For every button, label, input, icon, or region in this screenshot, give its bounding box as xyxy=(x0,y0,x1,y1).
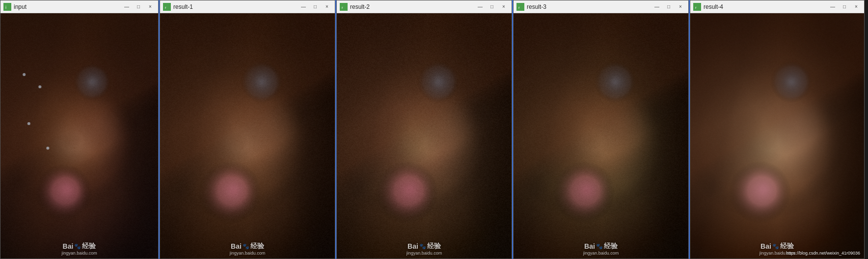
baidu-brand-r4: Bai xyxy=(760,242,771,250)
window-title-result4: result-4 xyxy=(704,3,828,10)
minimize-button-result2[interactable]: — xyxy=(475,2,485,11)
window-controls-input[interactable]: — □ × xyxy=(122,2,155,11)
baidu-brand-r3: Bai xyxy=(584,242,595,250)
app-icon-result1: r xyxy=(163,3,171,11)
window-title-result2: result-2 xyxy=(350,3,475,10)
baidu-jiyan-r2: 经验 xyxy=(427,242,441,251)
minimize-button-result3[interactable]: — xyxy=(652,2,662,11)
baidu-jiyan-input: 经验 xyxy=(82,242,96,251)
close-button-input[interactable]: × xyxy=(145,2,155,11)
window-result1[interactable]: r result-1 — □ × Bai 🐾 经验 jingyan.baidu.… xyxy=(160,0,335,259)
baidu-brand-r1: Bai xyxy=(231,242,242,250)
minimize-button-result4[interactable]: — xyxy=(828,2,838,11)
baidu-jiyan-r1: 经验 xyxy=(250,242,264,251)
maximize-button-result3[interactable]: □ xyxy=(664,2,674,11)
close-button-result4[interactable]: × xyxy=(851,2,861,11)
baidu-brand-r2: Bai xyxy=(407,242,418,250)
watermark-result1: Bai 🐾 经验 jingyan.baidu.com xyxy=(230,242,266,256)
close-button-result3[interactable]: × xyxy=(676,2,685,11)
url-bar-result4: https://blog.csdn.net/weixin_41r09036 xyxy=(786,251,860,256)
app-icon-result2: r xyxy=(340,3,348,11)
window-controls-result3[interactable]: — □ × xyxy=(652,2,685,11)
app-icon-result3: r xyxy=(516,3,524,11)
svg-text:r: r xyxy=(342,5,343,10)
svg-text:r: r xyxy=(695,5,697,10)
baidu-paw-input: 🐾 xyxy=(74,243,81,250)
baidu-paw-r4: 🐾 xyxy=(772,243,779,250)
window-controls-result1[interactable]: — □ × xyxy=(298,2,332,11)
watermark-url-input: jingyan.baidu.com xyxy=(61,251,97,256)
maximize-button-result4[interactable]: □ xyxy=(840,2,849,11)
svg-text:i: i xyxy=(5,5,6,10)
watermark-input: Bai 🐾 经验 jingyan.baidu.com xyxy=(61,242,97,256)
window-result3[interactable]: r result-3 — □ × Bai 🐾 经验 jingyan.baidu.… xyxy=(513,0,689,259)
titlebar-input: i input — □ × xyxy=(0,0,158,13)
baidu-jiyan-r4: 经验 xyxy=(780,242,794,251)
svg-text:r: r xyxy=(518,5,520,10)
window-controls-result4[interactable]: — □ × xyxy=(828,2,861,11)
app-icon-result4: r xyxy=(693,3,701,11)
maximize-button-input[interactable]: □ xyxy=(134,2,143,11)
watermark-url-r1: jingyan.baidu.com xyxy=(230,251,266,256)
baidu-paw-r3: 🐾 xyxy=(596,243,603,250)
image-area-result1: Bai 🐾 经验 jingyan.baidu.com xyxy=(160,13,335,259)
window-title-input: input xyxy=(14,3,122,10)
watermark-result2: Bai 🐾 经验 jingyan.baidu.com xyxy=(407,242,442,256)
watermark-url-r2: jingyan.baidu.com xyxy=(407,251,442,256)
svg-text:r: r xyxy=(165,5,166,10)
maximize-button-result2[interactable]: □ xyxy=(487,2,497,11)
window-title-result1: result-1 xyxy=(173,3,298,10)
window-result2[interactable]: r result-2 — □ × Bai 🐾 经验 jingyan.baidu.… xyxy=(336,0,512,259)
watermark-result3: Bai 🐾 经验 jingyan.baidu.com xyxy=(583,242,619,256)
image-area-result4: Bai 🐾 经验 jingyan.baidu.com https://blog.… xyxy=(690,13,864,259)
baidu-paw-r2: 🐾 xyxy=(419,243,426,250)
close-button-result1[interactable]: × xyxy=(322,2,332,11)
image-area-result3: Bai 🐾 经验 jingyan.baidu.com xyxy=(514,13,688,259)
window-title-result3: result-3 xyxy=(527,3,652,10)
baidu-paw-r1: 🐾 xyxy=(243,243,249,250)
window-controls-result2[interactable]: — □ × xyxy=(475,2,509,11)
baidu-jiyan-r3: 经验 xyxy=(604,242,618,251)
close-button-result2[interactable]: × xyxy=(499,2,509,11)
maximize-button-result1[interactable]: □ xyxy=(310,2,320,11)
titlebar-result4: r result-4 — □ × xyxy=(690,0,864,13)
titlebar-result1: r result-1 — □ × xyxy=(160,0,335,13)
titlebar-result3: r result-3 — □ × xyxy=(514,0,688,13)
window-result4[interactable]: r result-4 — □ × Bai 🐾 经验 jingyan.baidu.… xyxy=(690,0,865,259)
watermark-url-r3: jingyan.baidu.com xyxy=(583,251,619,256)
window-input[interactable]: i input — □ × Bai 🐾 经验 jingyan.baidu.com xyxy=(0,0,159,259)
minimize-button-result1[interactable]: — xyxy=(298,2,308,11)
app-icon-input: i xyxy=(3,3,11,11)
titlebar-result2: r result-2 — □ × xyxy=(337,0,512,13)
minimize-button-input[interactable]: — xyxy=(122,2,132,11)
baidu-brand-input: Bai xyxy=(63,242,74,250)
image-area-input: Bai 🐾 经验 jingyan.baidu.com xyxy=(0,13,158,259)
image-area-result2: Bai 🐾 经验 jingyan.baidu.com xyxy=(337,13,512,259)
